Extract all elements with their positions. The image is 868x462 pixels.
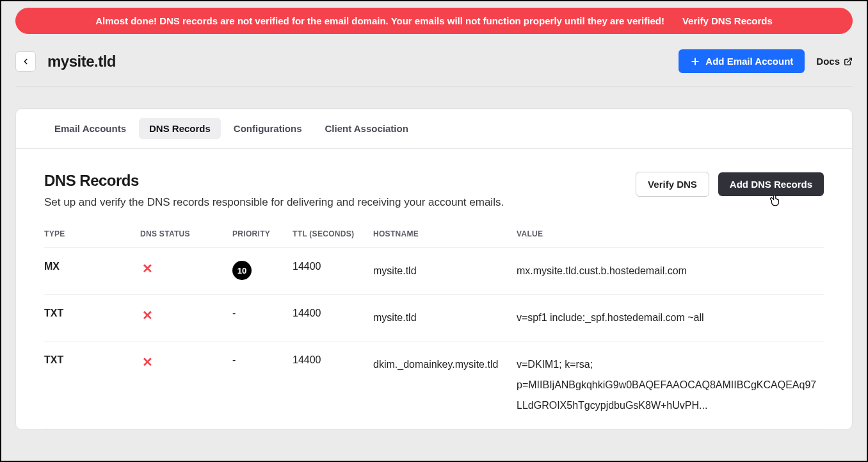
cell-hostname: mysite.tld — [373, 295, 517, 342]
tab-dns-records[interactable]: DNS Records — [139, 118, 221, 139]
cell-type: TXT — [44, 295, 140, 342]
cell-ttl: 14400 — [293, 295, 373, 342]
cell-ttl: 14400 — [293, 342, 373, 429]
col-status: DNS STATUS — [140, 222, 232, 248]
col-priority: PRIORITY — [232, 222, 293, 248]
tab-client-association[interactable]: Client Association — [315, 118, 419, 139]
col-ttl: TTL (SECONDS) — [293, 222, 373, 248]
status-fail-icon: ✕ — [140, 261, 154, 276]
add-email-account-label: Add Email Account — [705, 56, 793, 67]
cell-priority: - — [232, 342, 293, 429]
col-type: TYPE — [44, 222, 140, 248]
col-value: VALUE — [517, 222, 824, 248]
docs-link[interactable]: Docs — [816, 56, 853, 67]
hand-pointer-icon — [769, 194, 782, 208]
status-fail-icon: ✕ — [140, 308, 154, 323]
page-title: mysite.tld — [47, 53, 667, 70]
dns-alert-banner: Almost done! DNS records are not verifie… — [15, 8, 853, 34]
table-row: TXT ✕ - 14400 dkim._domainkey.mysite.tld… — [44, 342, 824, 429]
status-fail-icon: ✕ — [140, 354, 154, 370]
cell-type: MX — [44, 248, 140, 295]
priority-badge: 10 — [232, 261, 252, 280]
page-header: mysite.tld Add Email Account Docs — [15, 34, 853, 87]
col-hostname: HOSTNAME — [373, 222, 517, 248]
chevron-left-icon — [21, 57, 30, 66]
verify-dns-button[interactable]: Verify DNS — [636, 172, 709, 197]
plus-icon — [690, 56, 700, 67]
tab-email-accounts[interactable]: Email Accounts — [44, 118, 136, 139]
alert-message: Almost done! DNS records are not verifie… — [95, 15, 664, 26]
add-dns-records-button[interactable]: Add DNS Records — [718, 172, 824, 196]
verify-dns-records-link[interactable]: Verify DNS Records — [682, 15, 773, 26]
tab-content: DNS Records Set up and verify the DNS re… — [16, 149, 852, 429]
section-desc: Set up and verify the DNS records respon… — [44, 196, 504, 209]
tab-configurations[interactable]: Configurations — [223, 118, 312, 139]
add-email-account-button[interactable]: Add Email Account — [679, 49, 805, 73]
tabs: Email Accounts DNS Records Configuration… — [16, 109, 852, 149]
main-card: Email Accounts DNS Records Configuration… — [15, 108, 853, 430]
cell-hostname: dkim._domainkey.mysite.tld — [373, 342, 517, 429]
cell-type: TXT — [44, 342, 140, 429]
pointer-cursor-icon — [769, 194, 782, 211]
cell-value: v=DKIM1; k=rsa; p=MIIBIjANBgkqhkiG9w0BAQ… — [517, 342, 824, 429]
dns-records-table: TYPE DNS STATUS PRIORITY TTL (SECONDS) H… — [44, 222, 824, 429]
cell-priority: - — [232, 295, 293, 342]
section-title: DNS Records — [44, 172, 504, 190]
table-row: MX ✕ 10 14400 mysite.tld mx.mysite.tld.c… — [44, 248, 824, 295]
cell-hostname: mysite.tld — [373, 248, 517, 295]
external-link-icon — [844, 57, 853, 66]
cell-ttl: 14400 — [293, 248, 373, 295]
cell-value: v=spf1 include:_spf.hostedemail.com ~all — [517, 295, 824, 342]
svg-line-2 — [848, 58, 851, 62]
cell-value: mx.mysite.tld.cust.b.hostedemail.com — [517, 248, 824, 295]
back-button[interactable] — [15, 51, 36, 72]
table-row: TXT ✕ - 14400 mysite.tld v=spf1 include:… — [44, 295, 824, 342]
docs-label: Docs — [816, 56, 840, 67]
